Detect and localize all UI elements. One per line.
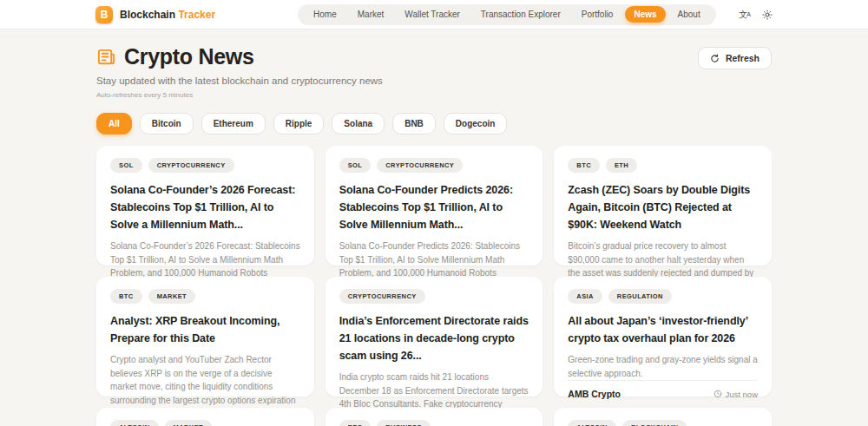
- main-nav: Home Market Wallet Tracker Transaction E…: [298, 4, 716, 25]
- refresh-icon: [710, 54, 720, 63]
- card-footer: AMB Crypto Just now: [568, 380, 758, 399]
- nav-item-wallet-tracker[interactable]: Wallet Tracker: [396, 6, 469, 23]
- card-source: AMB Crypto: [568, 389, 621, 399]
- card-tags: CRYPTOCURRENCY: [339, 289, 529, 304]
- news-card[interactable]: ALTCOINBLOCKCHAIN: [554, 408, 772, 426]
- brand-logo-icon: B: [95, 6, 113, 23]
- nav-item-market[interactable]: Market: [349, 6, 393, 23]
- filter-chip-all[interactable]: All: [96, 113, 132, 134]
- filter-chip-ripple[interactable]: Ripple: [273, 113, 325, 134]
- filter-chip-ethereum[interactable]: Ethereum: [201, 113, 266, 134]
- card-tags: SOLCRYPTOCURRENCY: [110, 158, 300, 173]
- card-tag: BUSINESS: [377, 420, 431, 426]
- nav-item-transaction-explorer[interactable]: Transaction Explorer: [472, 6, 569, 23]
- language-icon[interactable]: 文A: [739, 10, 750, 19]
- nav-item-news[interactable]: News: [625, 6, 665, 23]
- news-card[interactable]: BTCBUSINESS: [326, 408, 543, 426]
- top-bar: B Blockchain Tracker Home Market Wallet …: [0, 0, 868, 29]
- card-tags: ALTCOINBLOCKCHAIN: [568, 420, 758, 426]
- card-tag: BTC: [110, 289, 142, 304]
- clock-icon: [713, 390, 722, 398]
- filter-chip-bnb[interactable]: BNB: [392, 113, 436, 134]
- news-card[interactable]: SOLCRYPTOCURRENCY Solana Co-Founder Pred…: [326, 146, 543, 265]
- nav-item-about[interactable]: About: [669, 6, 709, 23]
- news-card[interactable]: ASIAREGULATION All about Japan’s ‘invest…: [554, 277, 772, 397]
- refresh-label: Refresh: [726, 53, 760, 63]
- card-tags: BTCBUSINESS: [339, 420, 529, 426]
- card-tag: ETH: [606, 158, 637, 173]
- card-description: Solana Co-Founder’s 2026 Forecast: Stabl…: [110, 239, 300, 280]
- card-tag: SOL: [339, 158, 372, 173]
- card-tag: BTC: [339, 420, 372, 426]
- card-tag: CRYPTOCURRENCY: [339, 289, 425, 304]
- card-tag: REGULATION: [608, 289, 672, 304]
- card-tag: ALTCOIN: [568, 420, 616, 426]
- card-title: Solana Co-Founder Predicts 2026: Stablec…: [339, 181, 529, 233]
- news-card[interactable]: BTCETH Zcash (ZEC) Soars by Double Digit…: [554, 146, 772, 265]
- nav-item-portfolio[interactable]: Portfolio: [573, 6, 622, 23]
- card-description: Green-zone trading and gray-zone yields …: [568, 353, 758, 380]
- brand-name-accent: Tracker: [178, 9, 215, 21]
- card-title: All about Japan’s ‘investor-friendly’ cr…: [568, 312, 758, 347]
- card-title: Analyst: XRP Breakout Incoming, Prepare …: [110, 312, 300, 347]
- news-grid: SOLCRYPTOCURRENCY Solana Co-Founder’s 20…: [96, 146, 772, 426]
- card-title: Zcash (ZEC) Soars by Double Digits Again…: [568, 181, 758, 233]
- card-tag: BLOCKCHAIN: [622, 420, 687, 426]
- page-title: Crypto News: [124, 44, 254, 69]
- brand-name-primary: Blockchain: [120, 9, 175, 21]
- filter-chips: All Bitcoin Ethereum Ripple Solana BNB D…: [96, 113, 772, 134]
- sun-icon[interactable]: [762, 10, 773, 20]
- news-card[interactable]: CRYPTOCURRENCY India’s Enforcement Direc…: [326, 277, 543, 397]
- card-tags: BTCMARKET: [110, 289, 300, 304]
- card-tag: CRYPTOCURRENCY: [377, 158, 463, 173]
- card-tags: BTCETH: [568, 158, 758, 173]
- brand-name: Blockchain Tracker: [120, 9, 215, 21]
- card-title: Solana Co-Founder’s 2026 Forecast: Stabl…: [110, 181, 300, 233]
- newspaper-icon: [96, 47, 116, 67]
- card-tag: CRYPTOCURRENCY: [148, 158, 234, 173]
- card-tag: ALTCOIN: [110, 420, 159, 426]
- card-tags: ALTCOINMARKET: [110, 420, 300, 426]
- card-tags: ASIAREGULATION: [568, 289, 758, 304]
- card-tag: BTC: [568, 158, 600, 173]
- refresh-button[interactable]: Refresh: [698, 47, 772, 69]
- card-tag: ASIA: [568, 289, 602, 304]
- filter-chip-solana[interactable]: Solana: [332, 113, 385, 134]
- card-tag: MARKET: [148, 289, 195, 304]
- main-content: Crypto News Stay updated with the latest…: [96, 44, 772, 426]
- news-card[interactable]: SOLCRYPTOCURRENCY Solana Co-Founder’s 20…: [96, 146, 314, 265]
- page-subtitle: Stay updated with the latest blockchain …: [96, 75, 383, 86]
- nav-item-home[interactable]: Home: [305, 6, 345, 23]
- page-header: Crypto News Stay updated with the latest…: [96, 44, 772, 99]
- card-tag: MARKET: [165, 420, 212, 426]
- card-title: India’s Enforcement Directorate raids 21…: [339, 312, 529, 364]
- news-card[interactable]: ALTCOINMARKET: [96, 408, 314, 426]
- card-tags: SOLCRYPTOCURRENCY: [339, 158, 529, 173]
- auto-refresh-note: Auto-refreshes every 5 minutes: [96, 91, 383, 99]
- news-card[interactable]: BTCMARKET Analyst: XRP Breakout Incoming…: [96, 277, 314, 397]
- filter-chip-dogecoin[interactable]: Dogecoin: [444, 113, 508, 134]
- brand[interactable]: B Blockchain Tracker: [95, 6, 215, 23]
- card-time-label: Just now: [726, 390, 759, 399]
- card-tag: SOL: [110, 158, 142, 173]
- filter-chip-bitcoin[interactable]: Bitcoin: [140, 113, 194, 134]
- card-timestamp: Just now: [713, 390, 759, 399]
- topbar-actions: 文A: [739, 10, 773, 20]
